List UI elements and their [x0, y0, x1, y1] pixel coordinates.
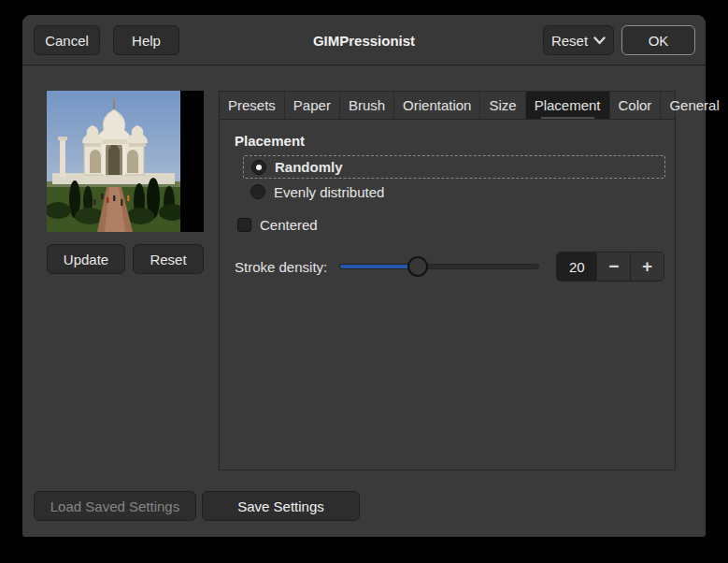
preview-image: [47, 91, 204, 232]
save-settings-button[interactable]: Save Settings: [202, 491, 360, 521]
gimpressionist-dialog: Cancel Help GIMPressionist Reset OK: [22, 15, 706, 537]
update-button[interactable]: Update: [47, 244, 125, 274]
increment-button[interactable]: +: [630, 253, 664, 281]
tab-orientation[interactable]: Orientation: [394, 92, 480, 119]
centered-checkbox-row[interactable]: Centered: [237, 214, 318, 235]
radio-option-evenly[interactable]: Evenly distributed: [250, 181, 384, 202]
placement-heading: Placement: [235, 133, 305, 149]
radio-randomly-label: Randomly: [275, 159, 343, 175]
ok-button[interactable]: OK: [621, 25, 695, 55]
radio-evenly-label: Evenly distributed: [274, 184, 384, 200]
tab-brush[interactable]: Brush: [340, 92, 394, 119]
load-saved-settings-button[interactable]: Load Saved Settings: [34, 491, 196, 521]
tab-general[interactable]: General: [661, 92, 728, 119]
settings-notebook: Presets Paper Brush Orientation Size Pla…: [219, 91, 676, 470]
stroke-density-value-field[interactable]: 20: [557, 253, 596, 281]
stroke-density-label: Stroke density:: [235, 251, 327, 282]
stroke-density-spinbox: 20 − +: [556, 252, 664, 282]
stroke-density-row: Stroke density: 20 − +: [220, 251, 675, 282]
tab-placement[interactable]: Placement: [526, 92, 610, 119]
chevron-down-icon: [593, 36, 606, 45]
reset-menu-label: Reset: [551, 33, 588, 49]
help-button[interactable]: Help: [113, 25, 179, 55]
preview-reset-button[interactable]: Reset: [133, 244, 204, 274]
tab-paper[interactable]: Paper: [285, 92, 340, 119]
decrement-button[interactable]: −: [596, 253, 630, 281]
tab-color[interactable]: Color: [610, 92, 662, 119]
tab-size[interactable]: Size: [480, 92, 525, 119]
reset-menu-button[interactable]: Reset: [543, 25, 614, 55]
centered-checkbox-label: Centered: [260, 217, 318, 233]
centered-checkbox[interactable]: [237, 218, 251, 232]
radio-evenly-distributed[interactable]: [250, 184, 265, 199]
dialog-header: Cancel Help GIMPressionist Reset OK: [22, 15, 706, 65]
cancel-button[interactable]: Cancel: [34, 25, 100, 55]
stroke-density-slider-fill: [340, 265, 418, 268]
radio-option-randomly[interactable]: Randomly: [243, 155, 665, 179]
tab-presets[interactable]: Presets: [220, 92, 285, 119]
stroke-density-slider[interactable]: [340, 251, 538, 282]
stroke-density-slider-handle[interactable]: [407, 256, 428, 277]
radio-randomly[interactable]: [251, 160, 266, 175]
tab-bar: Presets Paper Brush Orientation Size Pla…: [220, 92, 675, 120]
